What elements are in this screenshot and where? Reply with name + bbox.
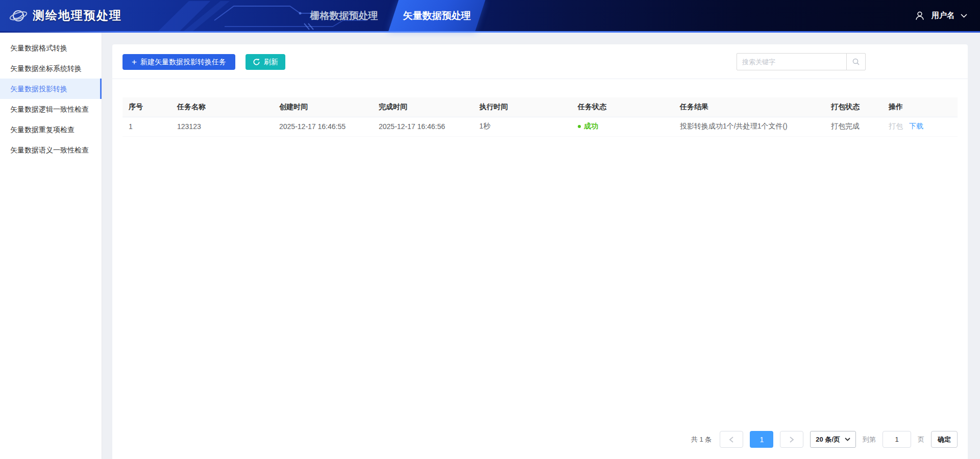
brand: 测绘地理预处理 [9,0,122,31]
cell-task-name: 123123 [171,117,273,136]
page-1-button[interactable]: 1 [750,431,773,448]
cell-package-status: 打包完成 [825,117,883,136]
next-page-button[interactable] [780,431,803,448]
chevron-left-icon [729,437,734,443]
col-task-name: 任务名称 [171,97,273,117]
status-text: 成功 [584,122,598,130]
search-input[interactable] [737,53,847,70]
pagination-total: 共 1 条 [691,435,712,444]
page-size-value: 20 条/页 [816,435,840,444]
tab-raster-preprocess[interactable]: 栅格数据预处理 [307,9,381,22]
search-group [737,53,866,70]
prev-page-button[interactable] [720,431,743,448]
user-icon [914,10,925,21]
package-action-link[interactable]: 打包 [889,122,903,130]
cell-duration: 1秒 [473,117,572,136]
logo-icon [9,7,28,25]
user-name: 用户名 [932,11,954,20]
chevron-right-icon [789,437,794,443]
app-title: 测绘地理预处理 [33,8,122,23]
tab-vector-preprocess[interactable]: 矢量数据预处理 [394,0,480,31]
col-status: 任务状态 [572,97,674,117]
table-row: 1 123123 2025-12-17 16:46:55 2025-12-17 … [122,117,958,136]
download-action-link[interactable]: 下载 [909,122,923,130]
col-duration: 执行时间 [473,97,572,117]
status-dot [578,125,581,128]
cell-finished-at: 2025-12-17 16:46:56 [373,117,473,136]
task-table: 序号 任务名称 创建时间 完成时间 执行时间 任务状态 任务结果 打包状态 操作… [122,97,958,137]
tab-raster-label: 栅格数据预处理 [310,10,378,21]
refresh-icon [253,58,260,66]
col-result: 任务结果 [674,97,825,117]
new-task-label: 新建矢量数据投影转换任务 [140,58,226,67]
sidebar-item-projection-convert[interactable]: 矢量数据投影转换 [0,79,102,99]
col-created-at: 创建时间 [273,97,373,117]
chevron-down-icon [961,14,967,18]
refresh-button[interactable]: 刷新 [246,54,285,70]
tab-vector-label: 矢量数据预处理 [403,9,471,22]
page-size-select[interactable]: 20 条/页 [810,431,856,448]
sidebar-item-semantic-consistency-check[interactable]: 矢量数据语义一致性检查 [0,140,102,160]
user-menu[interactable]: 用户名 [914,0,967,31]
select-chevron-icon [845,438,850,441]
cell-status: 成功 [572,117,674,136]
cell-created-at: 2025-12-17 16:46:55 [273,117,373,136]
sidebar-menu: 矢量数据格式转换 矢量数据坐标系统转换 矢量数据投影转换 矢量数据逻辑一致性检查… [0,33,102,459]
goto-suffix-label: 页 [918,435,924,444]
confirm-button[interactable]: 确定 [931,431,958,448]
col-index: 序号 [122,97,171,117]
col-actions: 操作 [883,97,958,117]
pagination: 共 1 条 1 20 条/页 到第 页 确定 [691,431,958,448]
sidebar-item-logic-consistency-check[interactable]: 矢量数据逻辑一致性检查 [0,99,102,119]
sidebar-item-format-convert[interactable]: 矢量数据格式转换 [0,38,102,58]
cell-actions: 打包下载 [883,117,958,136]
goto-prefix-label: 到第 [863,435,876,444]
header-tabs: 栅格数据预处理 矢量数据预处理 [307,0,480,31]
toolbar: + 新建矢量数据投影转换任务 刷新 [112,44,968,79]
cell-index: 1 [122,117,171,136]
main-panel: + 新建矢量数据投影转换任务 刷新 [112,44,968,459]
refresh-label: 刷新 [264,58,278,67]
sidebar-item-duplicate-check[interactable]: 矢量数据重复项检查 [0,119,102,140]
goto-page-input[interactable] [883,431,911,448]
col-finished-at: 完成时间 [373,97,473,117]
sidebar-item-coordsys-convert[interactable]: 矢量数据坐标系统转换 [0,58,102,79]
cell-result: 投影转换成功1个/共处理1个文件() [674,117,825,136]
search-icon [852,58,860,66]
new-task-button[interactable]: + 新建矢量数据投影转换任务 [122,54,235,70]
col-package-status: 打包状态 [825,97,883,117]
table-header-row: 序号 任务名称 创建时间 完成时间 执行时间 任务状态 任务结果 打包状态 操作 [122,97,958,117]
plus-icon: + [132,58,137,66]
app-header: 测绘地理预处理 栅格数据预处理 矢量数据预处理 用户名 [0,0,980,33]
search-button[interactable] [846,53,866,70]
